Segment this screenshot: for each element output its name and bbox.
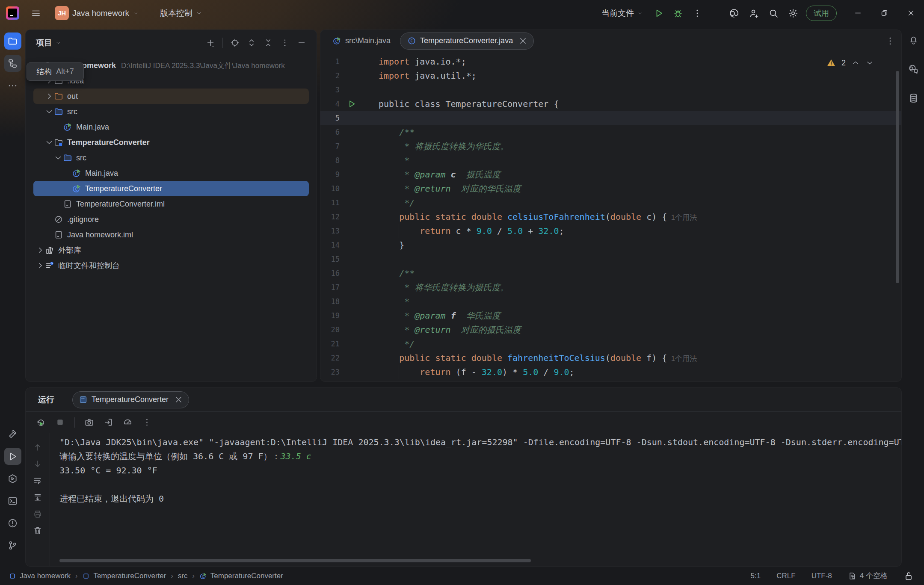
ai-assistant-icon[interactable] (729, 8, 739, 18)
tree-row[interactable]: CMain.java (33, 119, 309, 135)
more-actions-icon[interactable] (692, 8, 702, 18)
debug-button[interactable] (673, 8, 683, 18)
chevron-expanded-icon[interactable] (53, 153, 63, 162)
code-line[interactable]: 5 (320, 111, 901, 125)
build-toolwindow-button[interactable] (4, 425, 21, 443)
code-line[interactable]: 2import java.util.*; (320, 69, 901, 83)
breadcrumb-project[interactable]: Java homework (9, 572, 71, 580)
close-run-tab-icon[interactable] (174, 395, 183, 404)
notifications-button[interactable] (905, 31, 922, 48)
code-line[interactable]: 19 * @param f 华氏温度 (320, 309, 901, 323)
console-h-scrollbar[interactable] (59, 559, 531, 562)
code-line[interactable]: 21 */ (320, 337, 901, 351)
close-tab-icon[interactable] (518, 36, 527, 45)
locate-file-icon[interactable] (230, 38, 240, 47)
terminal-toolwindow-button[interactable] (4, 492, 21, 509)
code-line[interactable]: 9 * @param c 摄氏温度 (320, 168, 901, 182)
code-with-me-icon[interactable] (749, 8, 759, 18)
ai-chat-toolwindow-button[interactable] (905, 60, 922, 77)
code-line[interactable]: 4public class TemperatureConverter { (320, 97, 901, 111)
code-line[interactable]: 17 * 将华氏度转换为摄氏度。 (320, 281, 901, 295)
indent-widget[interactable]: 4 个空格 (848, 571, 888, 581)
panel-options-icon[interactable] (280, 38, 290, 47)
collapse-all-icon[interactable] (264, 38, 273, 47)
code-line[interactable]: 12 public static double celsiusToFahrenh… (320, 210, 901, 224)
expand-all-icon[interactable] (247, 38, 256, 47)
down-stacktrace-icon[interactable] (33, 459, 42, 469)
tree-row[interactable]: TemperatureConverter (33, 135, 309, 150)
attach-profiler-icon[interactable] (104, 417, 113, 427)
line-separator-widget[interactable]: CRLF (776, 572, 795, 580)
soft-wrap-icon[interactable] (33, 476, 42, 485)
profiler-icon[interactable] (123, 417, 133, 427)
code-line[interactable]: 15 (320, 252, 901, 266)
services-toolwindow-button[interactable] (4, 470, 21, 487)
minimize-button[interactable] (844, 0, 871, 26)
up-stacktrace-icon[interactable] (33, 443, 42, 452)
breadcrumb-class[interactable]: C TemperatureConverter (199, 572, 283, 580)
vcs-widget[interactable]: 版本控制 (156, 5, 206, 22)
project-switcher[interactable]: JH Java homework (50, 5, 143, 22)
chevron-expanded-icon[interactable] (44, 138, 54, 147)
chevron-collapsed-icon[interactable] (36, 261, 45, 270)
lock-icon[interactable] (903, 571, 914, 581)
more-toolwindows-button[interactable] (4, 77, 21, 94)
tree-row[interactable]: src (33, 150, 309, 165)
toolbar-more-icon[interactable] (142, 417, 152, 427)
main-menu-icon[interactable] (31, 8, 41, 18)
structure-toolwindow-button[interactable] (4, 55, 21, 72)
tree-row[interactable]: src (33, 104, 309, 119)
editor-scrollbar[interactable] (896, 71, 899, 283)
search-everywhere-icon[interactable] (768, 8, 779, 18)
rerun-icon[interactable] (36, 417, 46, 427)
run-button[interactable] (654, 8, 664, 18)
tree-row[interactable]: 临时文件和控制台 (33, 258, 309, 273)
breadcrumb-src[interactable]: src (178, 572, 188, 580)
tree-row[interactable]: Java homework.iml (33, 227, 309, 242)
console-output[interactable]: "D:\Java JDK25\bin\java.exe" "-javaagent… (59, 435, 901, 506)
code-line[interactable]: 7 * 将摄氏度转换为华氏度。 (320, 139, 901, 154)
tree-row[interactable]: 外部库 (33, 242, 309, 258)
close-button[interactable] (897, 0, 924, 26)
code-line[interactable]: 18 * (320, 295, 901, 309)
code-line[interactable]: 10 * @return 对应的华氏温度 (320, 182, 901, 196)
tab-temperatureconverter-java[interactable]: C TemperatureConverter.java (400, 32, 534, 50)
code-line[interactable]: 3 (320, 83, 901, 97)
settings-icon[interactable] (788, 8, 798, 18)
add-icon[interactable] (206, 38, 215, 47)
tree-row[interactable]: CMain.java (33, 165, 309, 181)
run-toolwindow-button[interactable] (4, 448, 21, 465)
code-line[interactable]: 1import java.io.*; (320, 55, 901, 69)
code-line[interactable]: 16 /** (320, 266, 901, 281)
chevron-collapsed-icon[interactable] (36, 245, 45, 255)
trial-badge[interactable]: 试用 (806, 6, 837, 21)
code-line[interactable]: 22 public static double fahrenheitToCels… (320, 351, 901, 365)
chevron-collapsed-icon[interactable] (44, 92, 54, 101)
tree-row[interactable]: TemperatureConverter.iml (33, 196, 309, 212)
code-line[interactable]: 8 * (320, 154, 901, 168)
prev-problem-icon[interactable] (851, 59, 860, 67)
run-gutter-icon[interactable] (347, 99, 356, 109)
print-icon[interactable] (33, 509, 42, 519)
hide-panel-icon[interactable] (297, 38, 306, 47)
database-toolwindow-button[interactable] (905, 89, 922, 106)
memory-snapshot-icon[interactable] (84, 417, 94, 427)
code-line[interactable]: 14 } (320, 238, 901, 252)
code-line[interactable]: 23 return (f - 32.0) * 5.0 / 9.0; (320, 365, 901, 379)
encoding-widget[interactable]: UTF-8 (811, 572, 832, 580)
code-line[interactable]: 20 * @return 对应的摄氏温度 (320, 323, 901, 337)
inspections-widget[interactable]: 2 (826, 58, 874, 68)
tab-main-java[interactable]: C src\Main.java (326, 30, 397, 52)
run-configuration-selector[interactable]: 当前文件 (597, 5, 648, 22)
commit-toolwindow-button[interactable] (4, 537, 21, 554)
clear-console-icon[interactable] (33, 526, 42, 535)
caret-position-widget[interactable]: 5:1 (751, 572, 761, 580)
chevron-expanded-icon[interactable] (44, 107, 54, 116)
restore-button[interactable] (871, 0, 897, 26)
project-toolwindow-button[interactable] (4, 32, 21, 50)
tree-row[interactable]: CTemperatureConverter (33, 181, 309, 196)
scroll-to-end-icon[interactable] (33, 493, 42, 502)
code-area[interactable]: 1import java.io.*;2import java.util.*;34… (320, 55, 901, 379)
stop-icon[interactable] (55, 417, 65, 427)
code-line[interactable]: 11 */ (320, 196, 901, 210)
